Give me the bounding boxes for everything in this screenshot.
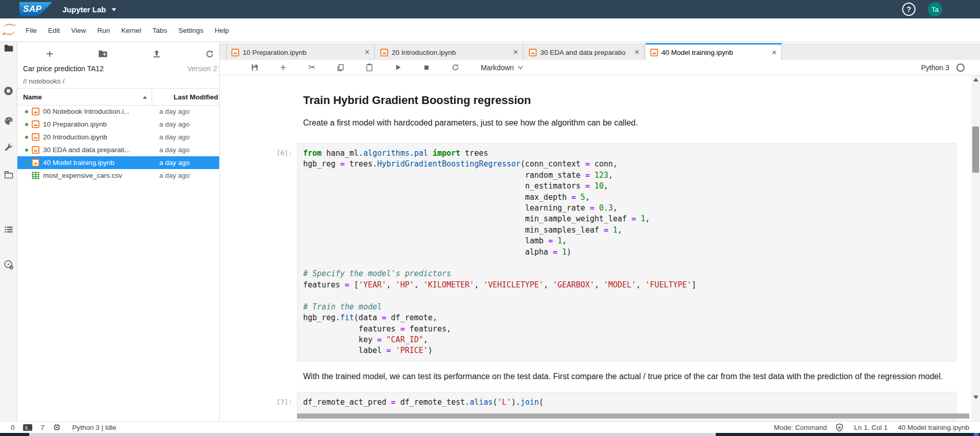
cell-type-select[interactable]: Markdown	[481, 64, 523, 72]
notebook-file-icon	[380, 49, 388, 56]
scrollbar-thumb[interactable]	[972, 127, 979, 173]
workspace: + Car price prediction TA12 Version 2 //…	[0, 42, 980, 421]
file-list-header: Name Last Modified	[17, 88, 219, 106]
markdown-cell[interactable]: With the trained model, we can test its …	[220, 362, 971, 383]
tab-20-introduction-ipynb[interactable]: 20 Introduction.ipynb×	[376, 43, 523, 60]
close-icon[interactable]: ×	[631, 47, 640, 57]
open-tabs-icon[interactable]	[0, 170, 17, 179]
file-row[interactable]: most_expensive_cars.csva day ago	[17, 169, 219, 182]
running-dot	[25, 123, 28, 126]
file-row[interactable]: 10 Preparation.ipynba day ago	[17, 118, 219, 131]
run-cell-icon[interactable]	[392, 64, 404, 71]
markdown-heading: Train Hybrid Gradient Boosting regressio…	[297, 94, 956, 107]
file-row[interactable]: 20 Introduction.ipynba day ago	[17, 131, 219, 143]
running-dot	[25, 110, 28, 113]
notebook-file-icon	[529, 49, 537, 56]
close-icon[interactable]: ×	[361, 47, 370, 57]
menu-view[interactable]: View	[66, 27, 92, 34]
upload-button[interactable]	[150, 47, 163, 60]
file-browser-icon[interactable]	[0, 44, 17, 53]
top-app-bar: SAP Jupyter Lab ? Ta	[0, 0, 980, 18]
wrench-icon[interactable]	[0, 142, 17, 152]
help-icon[interactable]: ?	[902, 3, 915, 16]
tab-10-preparation-ipynb[interactable]: 10 Preparation.ipynb×	[226, 43, 375, 60]
terminal-session-count[interactable]: 7	[40, 424, 45, 431]
file-name: 10 Preparation.ipynb	[43, 120, 152, 128]
chevron-down-icon[interactable]	[111, 5, 117, 14]
file-modified: a day ago	[152, 146, 219, 154]
refresh-file-list-button[interactable]	[203, 47, 216, 60]
status-bar: 0 $_ 7 Python 3 | Idle Mode: Command Ln …	[0, 421, 980, 433]
activity-bar	[0, 42, 17, 421]
palette-icon[interactable]	[0, 116, 17, 126]
running-kernels-icon[interactable]	[0, 86, 17, 96]
breadcrumb[interactable]: // notebooks /	[23, 77, 65, 85]
code-cell[interactable]: [6]: from hana_ml.algorithms.pal import …	[220, 143, 971, 362]
tab-40-model-training-ipynb[interactable]: 40 Model training.ipynb×	[646, 43, 782, 60]
copy-cells-icon[interactable]	[334, 64, 347, 72]
vertical-scrollbar[interactable]	[971, 75, 980, 421]
sap-logo: SAP	[19, 2, 52, 16]
menu-help[interactable]: Help	[209, 27, 235, 34]
execution-count: [6]:	[220, 143, 297, 362]
column-name[interactable]: Name	[17, 93, 152, 101]
file-name: 30 EDA and data preparati...	[43, 146, 152, 154]
main-dock-panel: 10 Preparation.ipynb×20 Introduction.ipy…	[220, 42, 980, 421]
running-dot	[25, 149, 28, 152]
new-launcher-button[interactable]: +	[43, 47, 56, 60]
inspector-gear-icon[interactable]	[0, 259, 17, 271]
kernel-name[interactable]: Python 3	[921, 64, 949, 72]
trust-shield-icon[interactable]	[835, 423, 844, 432]
markdown-paragraph: Create a first model with hardcoded para…	[297, 118, 956, 128]
column-last-modified[interactable]: Last Modified	[152, 89, 219, 105]
file-modified: a day ago	[152, 172, 219, 179]
menu-tabs[interactable]: Tabs	[147, 27, 173, 34]
close-icon[interactable]: ×	[510, 47, 518, 57]
table-of-contents-icon[interactable]	[0, 224, 17, 235]
save-icon[interactable]	[248, 63, 261, 72]
file-name: most_expensive_cars.csv	[43, 172, 152, 179]
kernel-session-count[interactable]: 0	[11, 424, 15, 431]
menu-settings[interactable]: Settings	[173, 27, 209, 34]
tab-30-eda-and-data-preparatio[interactable]: 30 EDA and data preparatio×	[524, 43, 645, 60]
markdown-cell[interactable]: Create a first model with hardcoded para…	[220, 107, 971, 128]
file-row[interactable]: 40 Model training.ipynba day ago	[17, 156, 219, 169]
interrupt-kernel-icon[interactable]	[420, 64, 433, 71]
notebook-file-icon	[32, 159, 39, 167]
terminal-icon[interactable]: $_	[23, 424, 33, 431]
command-mode-indicator[interactable]: Mode: Command	[774, 424, 827, 431]
add-cell-icon[interactable]: +	[277, 61, 289, 74]
notebook-file-icon	[650, 49, 658, 56]
notebook-scroll-area[interactable]: Train Hybrid Gradient Boosting regressio…	[220, 75, 971, 421]
cursor-position[interactable]: Ln 1, Col 1	[854, 424, 887, 431]
menu-run[interactable]: Run	[92, 27, 116, 34]
notebook-file-icon	[32, 108, 39, 115]
file-browser-panel: + Car price prediction TA12 Version 2 //…	[17, 42, 220, 421]
tab-label: 20 Introduction.ipynb	[392, 49, 456, 56]
menu-file[interactable]: File	[20, 27, 42, 34]
notebook-file-icon	[32, 120, 39, 128]
restart-kernel-icon[interactable]	[449, 63, 461, 72]
document-tab-bar: 10 Preparation.ipynb×20 Introduction.ipy…	[220, 43, 980, 60]
close-icon[interactable]: ×	[769, 48, 777, 58]
scroll-up-icon[interactable]	[973, 78, 978, 81]
file-row[interactable]: 30 EDA and data preparati...a day ago	[17, 143, 219, 156]
tab-label: 10 Preparation.ipynb	[243, 49, 307, 56]
scroll-down-icon[interactable]	[973, 396, 978, 399]
markdown-cell[interactable]: Train Hybrid Gradient Boosting regressio…	[220, 75, 971, 107]
cut-cells-icon[interactable]: ✂	[306, 62, 318, 73]
code-editor[interactable]: from hana_ml.algorithms.pal import trees…	[297, 143, 956, 362]
avatar[interactable]: Ta	[928, 2, 942, 16]
active-filename[interactable]: 40 Model training.ipynb	[898, 424, 969, 431]
paste-cells-icon[interactable]	[363, 63, 375, 72]
menu-edit[interactable]: Edit	[42, 27, 66, 34]
kernel-status[interactable]: Python 3 | Idle	[72, 424, 116, 431]
new-folder-button[interactable]	[96, 47, 110, 60]
kernel-idle-icon[interactable]	[956, 64, 965, 72]
jupyter-logo-icon	[2, 23, 17, 37]
horizontal-scrollbar[interactable]	[297, 413, 969, 419]
chevron-down-icon	[518, 66, 523, 70]
file-row[interactable]: 00 Notebook Introduction.i...a day ago	[17, 105, 219, 118]
menu-kernel[interactable]: Kernel	[116, 27, 147, 34]
cpu-chip-icon[interactable]	[53, 423, 61, 431]
